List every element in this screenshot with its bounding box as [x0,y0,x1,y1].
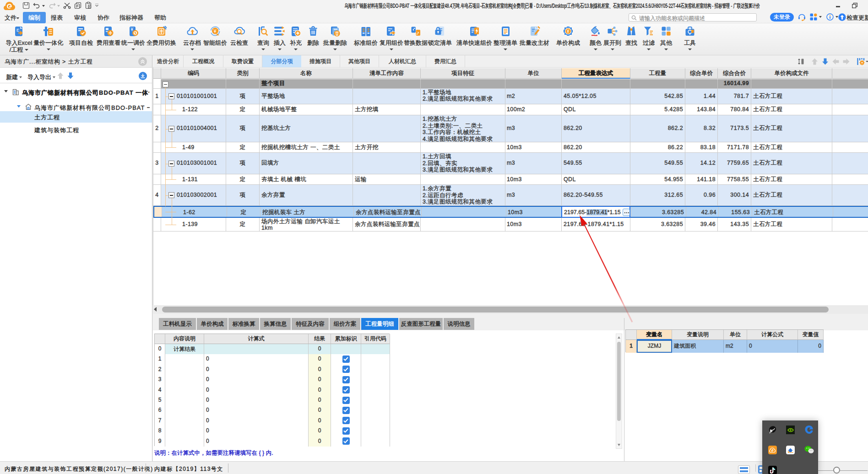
svg-text:E: E [16,28,19,32]
svg-text:¥: ¥ [213,28,217,34]
svg-text:¥: ¥ [566,28,570,34]
